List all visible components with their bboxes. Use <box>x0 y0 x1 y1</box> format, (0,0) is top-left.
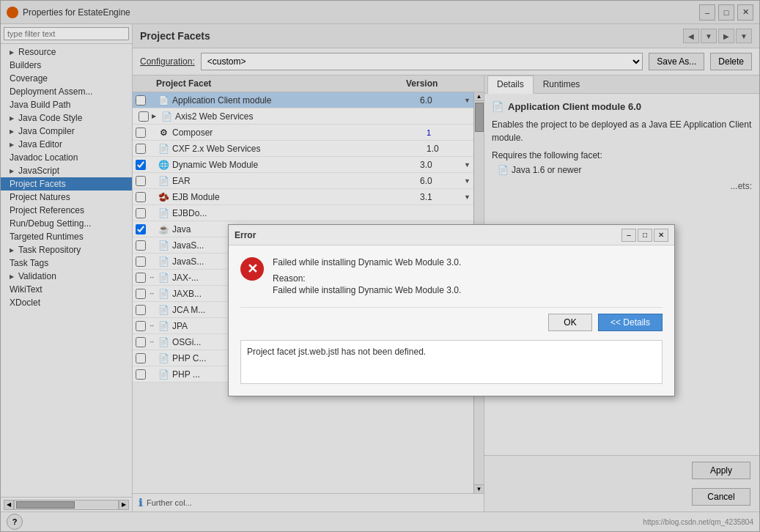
dialog-messages: Failed while installing Dynamic Web Modu… <box>273 257 663 295</box>
dialog-message-row: ✕ Failed while installing Dynamic Web Mo… <box>240 257 663 295</box>
error-dialog: Error – □ ✕ ✕ Failed while installing Dy… <box>228 224 675 396</box>
dialog-actions: OK << Details <box>240 307 663 331</box>
dialog-details-text: Project facet jst.web.jstl has not been … <box>247 347 426 357</box>
dialog-maximize-button[interactable]: □ <box>638 229 652 242</box>
dialog-title-text: Error <box>235 230 621 240</box>
dialog-close-button[interactable]: ✕ <box>654 229 668 242</box>
dialog-details-button[interactable]: << Details <box>598 314 663 331</box>
dialog-title-bar: Error – □ ✕ <box>229 225 674 245</box>
dialog-main-message: Failed while installing Dynamic Web Modu… <box>273 257 663 267</box>
dialog-reason-label: Reason: <box>273 273 663 284</box>
dialog-ok-button[interactable]: OK <box>548 314 592 331</box>
dialog-minimize-button[interactable]: – <box>621 229 636 242</box>
dialog-body: ✕ Failed while installing Dynamic Web Mo… <box>229 245 674 396</box>
main-window: Properties for EstateEngine – □ ✕ Resour… <box>0 0 760 532</box>
dialog-reason-text: Failed while installing Dynamic Web Modu… <box>273 285 663 295</box>
dialog-details-area: Project facet jst.web.jstl has not been … <box>240 340 663 384</box>
dialog-title-buttons: – □ ✕ <box>621 229 668 242</box>
error-icon-large: ✕ <box>240 257 264 281</box>
dialog-overlay: Error – □ ✕ ✕ Failed while installing Dy… <box>1 1 759 531</box>
